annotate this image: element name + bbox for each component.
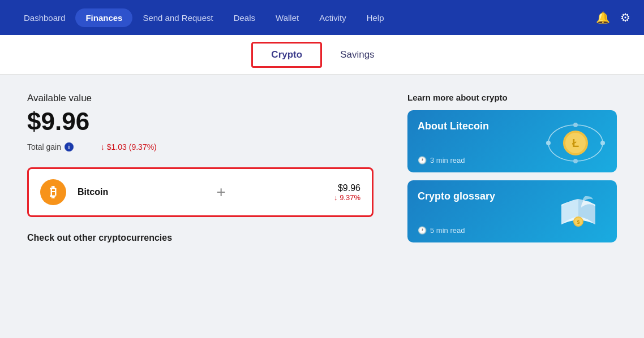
main-content: Available value $9.96 Total gain i ↓ $1.…: [0, 75, 644, 338]
check-other-label: Check out other cryptocurrencies: [27, 233, 373, 243]
clock-icon: 🕐: [418, 156, 427, 164]
tab-savings[interactable]: Savings: [322, 44, 392, 66]
glossary-read-time: 🕐 5 min read: [418, 226, 495, 235]
available-label: Available value: [27, 93, 373, 104]
glossary-illustration: $: [550, 190, 607, 236]
bitcoin-values: $9.96 ↓ 9.37%: [334, 183, 360, 202]
tab-crypto[interactable]: Crypto: [251, 42, 322, 68]
bitcoin-usd: $9.96: [334, 183, 360, 193]
total-gain-label: Total gain i: [27, 142, 74, 151]
bitcoin-icon: ₿: [40, 179, 66, 205]
bitcoin-label: Bitcoin: [78, 187, 108, 197]
nav-activity[interactable]: Activity: [309, 8, 357, 27]
about-litecoin-card[interactable]: About Litecoin 🕐 3 min read: [407, 110, 617, 172]
learn-label: Learn more about crypto: [407, 93, 617, 102]
available-value: $9.96: [27, 107, 373, 136]
info-icon[interactable]: i: [65, 142, 74, 151]
total-gain-row: Total gain i ↓ $1.03 (9.37%): [27, 142, 373, 151]
tabs-bar: Crypto Savings: [0, 35, 644, 75]
right-panel: Learn more about crypto About Litecoin 🕐…: [407, 93, 617, 338]
left-panel: Available value $9.96 Total gain i ↓ $1.…: [27, 93, 373, 338]
nav-wallet[interactable]: Wallet: [265, 8, 309, 27]
crypto-glossary-card[interactable]: Crypto glossary 🕐 5 min read: [407, 180, 617, 242]
glossary-card-title: Crypto glossary: [418, 190, 495, 202]
glossary-text-col: Crypto glossary 🕐 5 min read: [418, 190, 495, 235]
nav-send-request[interactable]: Send and Request: [132, 8, 223, 27]
navbar: Dashboard Finances Send and Request Deal…: [0, 0, 644, 35]
svg-point-1: [546, 141, 551, 145]
litecoin-read-time: 🕐 3 min read: [418, 156, 489, 164]
bitcoin-add-button[interactable]: +: [216, 183, 225, 201]
clock-icon-2: 🕐: [418, 226, 427, 235]
nav-dashboard[interactable]: Dashboard: [14, 8, 75, 27]
nav-finances[interactable]: Finances: [75, 8, 132, 27]
svg-text:$: $: [577, 219, 579, 225]
svg-point-4: [573, 159, 578, 163]
svg-point-2: [600, 141, 605, 145]
litecoin-card-title: About Litecoin: [418, 120, 489, 132]
bitcoin-pct: ↓ 9.37%: [334, 193, 360, 202]
bitcoin-card[interactable]: ₿ Bitcoin + $9.96 ↓ 9.37%: [27, 167, 373, 217]
gear-icon[interactable]: ⚙: [620, 11, 630, 24]
svg-point-3: [573, 123, 578, 127]
svg-text:Ł: Ł: [572, 137, 579, 149]
litecoin-text-col: About Litecoin 🕐 3 min read: [418, 120, 489, 164]
gain-value: ↓ $1.03 (9.37%): [101, 142, 157, 151]
bell-icon[interactable]: 🔔: [596, 11, 610, 24]
litecoin-illustration: Ł: [544, 120, 607, 166]
nav-deals[interactable]: Deals: [224, 8, 265, 27]
nav-help[interactable]: Help: [357, 8, 394, 27]
